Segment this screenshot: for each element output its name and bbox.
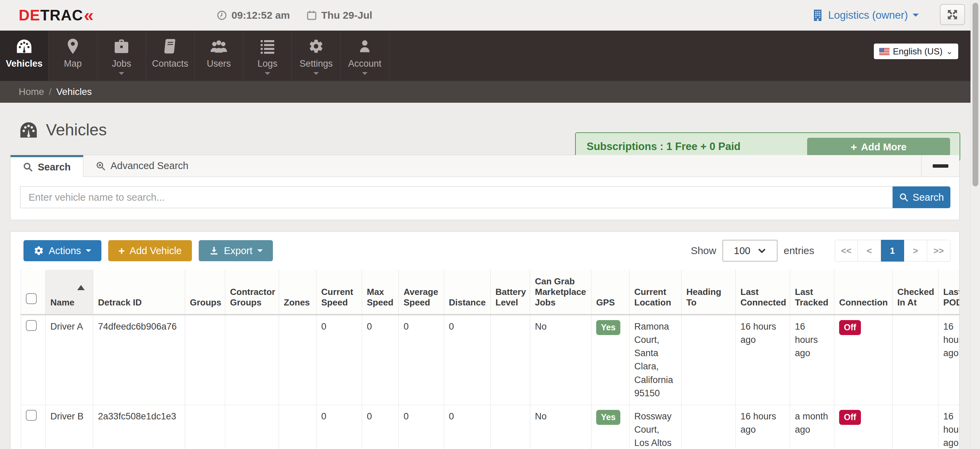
column-header-groups[interactable]: Groups: [185, 270, 225, 315]
nav-item-logs[interactable]: Logs: [243, 31, 292, 81]
subscription-text: Subscriptions : 1 Free + 0 Paid: [587, 141, 740, 153]
account-switcher[interactable]: Logistics (owner): [812, 0, 919, 31]
gps-cell: Yes: [592, 315, 630, 405]
scrollbar-thumb[interactable]: [972, 3, 978, 186]
search-button-label: Search: [913, 192, 944, 203]
nav-label: Users: [207, 59, 231, 69]
zones-cell: [279, 315, 317, 405]
page-number-button[interactable]: 1: [881, 240, 904, 262]
heading-to-cell: [682, 315, 736, 405]
breadcrumb-home-link[interactable]: Home: [19, 86, 44, 97]
add-more-button[interactable]: + Add More: [807, 138, 950, 156]
caret-down-icon: [86, 249, 91, 255]
nav-item-vehicles[interactable]: Vehicles: [0, 31, 49, 81]
column-header-checked-in-at[interactable]: Checked In At: [892, 270, 939, 315]
nav-item-users[interactable]: Users: [195, 31, 243, 81]
search-button[interactable]: Search: [892, 186, 950, 208]
page-title: Vehicles: [46, 121, 107, 139]
nav-item-map[interactable]: Map: [49, 31, 97, 81]
page-next-button[interactable]: >: [904, 240, 927, 262]
breadcrumb-current: Vehicles: [56, 86, 92, 97]
column-header-contractor-groups[interactable]: Contractor Groups: [225, 270, 279, 315]
column-header-heading-to[interactable]: Heading To: [682, 270, 736, 315]
name-cell: Driver A: [46, 315, 93, 405]
tab-search[interactable]: Search: [11, 155, 83, 177]
column-header-current-speed[interactable]: Current Speed: [317, 270, 362, 315]
actions-label: Actions: [49, 245, 81, 257]
sort-asc-icon: [77, 285, 85, 290]
chevron-down-icon: [913, 14, 919, 20]
nav-label: Account: [348, 59, 382, 69]
distance-cell: 0: [444, 315, 491, 405]
page-first-button[interactable]: <<: [835, 240, 858, 262]
page-prev-button[interactable]: <: [858, 240, 881, 262]
collapse-panel-button[interactable]: [921, 155, 959, 176]
table-scroll-area: Name Detrack ID Groups Contractor Groups…: [21, 270, 959, 449]
us-flag-icon: [879, 48, 889, 55]
column-header-name[interactable]: Name: [46, 270, 93, 315]
export-label: Export: [224, 245, 253, 257]
users-icon: [209, 37, 228, 55]
column-header-can-grab[interactable]: Can Grab Marketplace Jobs: [530, 270, 592, 315]
nav-item-jobs[interactable]: Jobs: [97, 31, 146, 81]
detrack-logo[interactable]: DETRAC«: [19, 7, 94, 24]
gear-icon: [34, 246, 44, 256]
map-pin-icon: [66, 37, 79, 55]
column-header-battery-level[interactable]: Battery Level: [491, 270, 530, 315]
export-button[interactable]: Export: [199, 240, 273, 261]
column-header-distance[interactable]: Distance: [444, 270, 491, 315]
column-header-gps[interactable]: GPS: [592, 270, 630, 315]
page-size-select[interactable]: 100: [722, 240, 778, 262]
fullscreen-button[interactable]: [940, 4, 965, 25]
column-header-last-tracked[interactable]: Last Tracked: [790, 270, 834, 315]
column-header-detrack-id[interactable]: Detrack ID: [93, 270, 185, 315]
column-header-last-connected[interactable]: Last Connected: [736, 270, 790, 315]
gps-status-badge: Yes: [596, 410, 620, 425]
nav-item-contacts[interactable]: Contacts: [146, 31, 195, 81]
tab-advanced-search[interactable]: Advanced Search: [83, 155, 201, 176]
actions-button[interactable]: Actions: [24, 240, 102, 261]
search-tabs: Search Advanced Search: [11, 155, 959, 177]
column-header-current-location[interactable]: Current Location: [630, 270, 682, 315]
main-nav: Vehicles Map Jobs Contacts Users: [0, 31, 980, 81]
nav-label: Logs: [258, 59, 278, 69]
column-header-average-speed[interactable]: Average Speed: [399, 270, 444, 315]
column-header-zones[interactable]: Zones: [279, 270, 317, 315]
current-time: 09:12:52 am: [216, 10, 290, 21]
max-speed-cell: 0: [362, 315, 399, 405]
name-cell: Driver B: [46, 405, 93, 449]
caret-down-icon: [362, 72, 368, 78]
row-checkbox[interactable]: [26, 410, 37, 421]
column-header-max-speed[interactable]: Max Speed: [362, 270, 399, 315]
add-vehicle-button[interactable]: + Add Vehicle: [108, 240, 192, 261]
nav-item-settings[interactable]: Settings: [292, 31, 340, 81]
gear-icon: [308, 37, 324, 55]
connection-status-badge: Off: [839, 410, 861, 425]
page-size-value: 100: [734, 245, 750, 257]
contractor-groups-cell: [225, 405, 279, 449]
language-label: English (US): [893, 46, 943, 57]
page-scrollbar: [970, 0, 980, 449]
nav-item-account[interactable]: Account: [340, 31, 389, 81]
nav-label: Map: [64, 59, 82, 69]
average-speed-cell: 0: [399, 315, 444, 405]
nav-label: Contacts: [152, 59, 189, 69]
gauge-icon: [15, 37, 33, 55]
page-last-button[interactable]: >>: [927, 240, 950, 262]
last-pod-cell: 16 hours ago: [939, 315, 960, 405]
row-checkbox[interactable]: [26, 320, 37, 331]
battery-level-cell: [491, 405, 530, 449]
average-speed-cell: 0: [399, 405, 444, 449]
column-header-connection[interactable]: Connection: [834, 270, 892, 315]
download-icon: [209, 246, 219, 256]
column-header-last-pod[interactable]: Last POD: [939, 270, 960, 315]
last-connected-cell: 16 hours ago: [736, 315, 790, 405]
language-select[interactable]: English (US) ⌄: [874, 44, 958, 59]
select-all-checkbox[interactable]: [26, 293, 37, 304]
nav-label: Settings: [299, 59, 333, 69]
current-date: Thu 29-Jul: [306, 10, 372, 21]
vehicle-search-input[interactable]: [20, 186, 892, 208]
table-row: Driver A 74dfeedc6b906a76 0 0 0 0 No Yes: [21, 315, 960, 405]
current-location-cell: Ramona Court, Santa Clara, California 95…: [630, 315, 682, 405]
content-area: Vehicles Subscriptions : 1 Free + 0 Paid…: [0, 121, 980, 449]
